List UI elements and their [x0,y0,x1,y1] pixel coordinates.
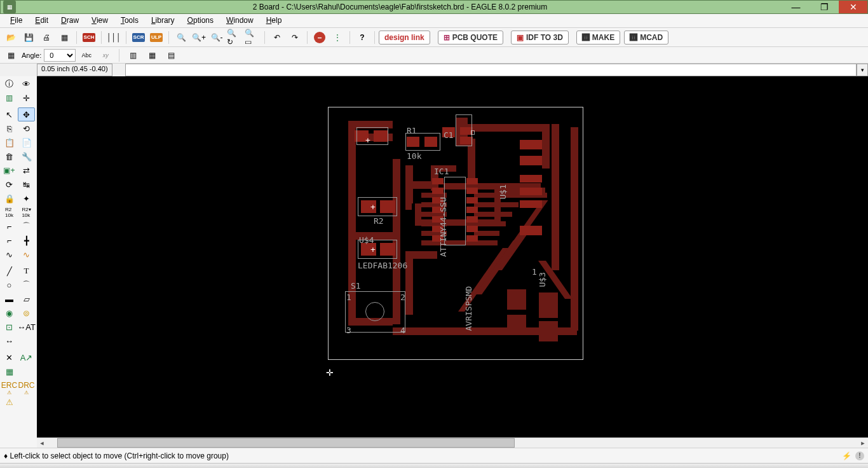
cam-icon[interactable]: ▦ [56,31,72,45]
erc-button[interactable]: ERC⚠ [1,381,18,395]
idf3d-button[interactable]: ▣ IDF TO 3D [511,31,569,45]
wire-icon[interactable]: ∿ [1,247,18,261]
undo-icon[interactable]: ↶ [269,31,285,45]
grid-icon[interactable]: ▦ [3,48,19,62]
mark-icon[interactable]: ✛ [18,91,35,105]
scroll-left-icon[interactable]: ◄ [37,438,47,448]
save-icon[interactable]: 💾 [20,31,37,45]
rect-icon[interactable]: ▬ [1,292,18,306]
name-icon[interactable]: R210k [1,205,18,219]
move-icon[interactable]: ✥ [18,107,35,121]
lock-icon[interactable]: 🔒 [1,191,18,205]
label-one: 1 [532,267,537,277]
bolt-icon[interactable]: ⚡ [842,451,851,460]
drc-button[interactable]: DRC⚠ [18,381,35,395]
label-ic1: IC1 [434,167,449,176]
open-icon[interactable]: 📂 [3,31,19,45]
gateswap-icon[interactable]: ↹ [18,177,35,191]
label-us4v: LEDFAB1206 [358,261,407,270]
scroll-thumb[interactable] [57,438,515,448]
hole-icon[interactable]: ⊚ [18,306,35,320]
value-icon[interactable]: R2▾10k [18,205,35,219]
attrib-icon[interactable]: ⊡ [1,320,18,334]
rotate-icon[interactable]: 📋 [1,135,18,149]
layers-icon[interactable]: ▥ [1,91,18,105]
select-icon[interactable]: ↖ [1,107,18,121]
info-icon[interactable]: ⓘ [1,77,18,91]
os-taskbar [0,463,868,468]
signal-icon[interactable]: ∿ [18,247,35,261]
stop-icon[interactable]: – [311,31,328,45]
wrench-icon[interactable]: 🔧 [18,149,35,163]
close-button[interactable]: ✕ [839,1,867,13]
errors-icon[interactable]: ⚠ [1,395,18,409]
layout3-icon[interactable]: ▤ [163,48,179,62]
pad [520,200,542,208]
scr-button[interactable]: SCR [130,31,147,45]
via-icon[interactable]: ◉ [1,306,18,320]
route-icon[interactable]: ⌐ [1,233,18,247]
command-input[interactable] [125,64,857,76]
autoroute-icon[interactable]: A↗ [18,350,35,364]
scroll-right-icon[interactable]: ► [858,438,868,448]
zoom-fit-icon[interactable]: 🔍 [173,31,189,45]
pinswap-icon[interactable]: ⇄ [18,163,35,177]
minimize-button[interactable]: — [782,1,810,13]
layout1-icon[interactable]: ▥ [125,48,141,62]
ulp-button[interactable]: ULP [148,31,165,45]
meander-icon[interactable]: ↔ [1,334,18,348]
delete-icon[interactable]: 🗑 [1,149,18,163]
text-icon[interactable]: T [18,264,35,278]
ratsnest-icon[interactable]: ✕ [1,350,18,364]
zoom-redraw-icon[interactable]: 🔍↻ [226,31,243,45]
go-icon[interactable]: ⋮ [329,31,346,45]
replace-icon[interactable]: ⟳ [1,177,18,191]
designlink-button[interactable]: design link [379,31,430,45]
smash-icon[interactable]: ✦ [18,191,35,205]
menu-tools[interactable]: Tools [114,14,145,27]
pcbquote-button[interactable]: ⊞ PCB QUOTE [438,31,503,45]
pad [520,175,542,182]
mirror-icon[interactable]: ⟲ [18,121,35,135]
make-button[interactable]: 🅰 MAKE [576,31,620,45]
menu-library[interactable]: Library [145,14,181,27]
mcad-button[interactable]: 🅰 MCAD [624,31,668,45]
hscrollbar[interactable]: ◄ ► [37,437,868,448]
menu-view[interactable]: View [85,14,114,27]
cmd-dropdown-icon[interactable]: ▾ [857,64,868,76]
copy-icon[interactable]: ⎘ [1,121,18,135]
zoom-in-icon[interactable]: 🔍+ [191,31,207,45]
zoom-select-icon[interactable]: 🔍▭ [244,31,261,45]
menu-draw[interactable]: Draw [55,14,85,27]
arc-icon[interactable]: ⌒ [18,278,35,292]
zoom-out-icon[interactable]: 🔍- [208,31,225,45]
maximize-button[interactable]: ❐ [810,1,839,13]
status-alert-icon[interactable]: ! [855,451,864,460]
circle-icon[interactable]: ○ [1,278,18,292]
xy-button[interactable]: xy [97,48,114,62]
fanout-icon[interactable]: ▦ [1,364,18,378]
paste-icon[interactable]: 📄 [18,135,35,149]
ripup-icon[interactable]: ╋ [18,233,35,247]
print-icon[interactable]: 🖨 [38,31,55,45]
menu-help[interactable]: Help [260,14,288,27]
angle-select[interactable]: 0 [44,49,76,62]
abc-button[interactable]: Abc [78,48,95,62]
add-icon[interactable]: ▣+ [1,163,18,177]
miter-icon[interactable]: ⌐ [1,219,18,233]
line-icon[interactable]: ╱ [1,264,18,278]
polygon-icon[interactable]: ▱ [18,292,35,306]
split-icon[interactable]: ⌒ [18,219,35,233]
dimension-icon[interactable]: ↔AT [18,320,35,334]
layout2-icon[interactable]: ▦ [144,48,160,62]
manufacturing-icon[interactable]: │││ [105,31,122,45]
show-icon[interactable]: 👁 [18,77,35,91]
menu-file[interactable]: File [4,14,29,27]
help-icon[interactable]: ? [354,31,370,45]
menu-options[interactable]: Options [181,14,220,27]
pcb-canvas[interactable]: ✛ [37,76,868,437]
menu-window[interactable]: Window [220,14,260,27]
sch-brd-switch[interactable]: SCH [81,31,97,45]
menu-edit[interactable]: Edit [29,14,55,27]
redo-icon[interactable]: ↷ [287,31,303,45]
